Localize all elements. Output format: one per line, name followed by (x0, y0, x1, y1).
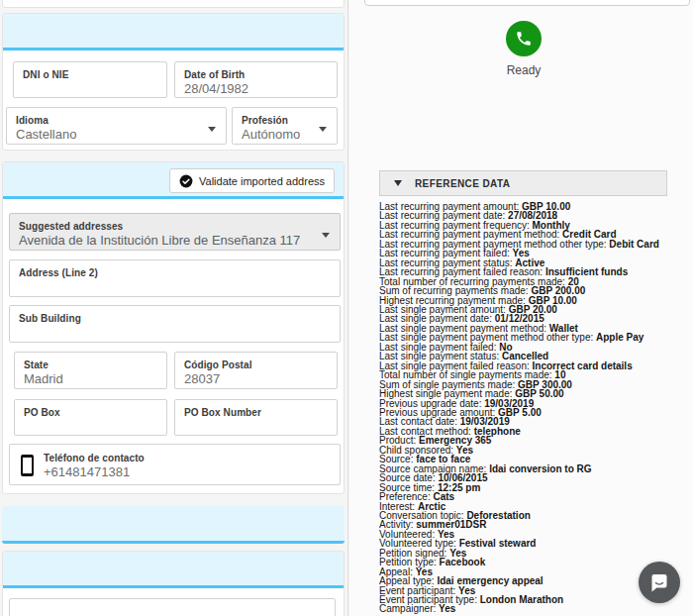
crm-call-screen: DNI o NIE Date of Birth 28/04/1982 Idiom… (0, 0, 693, 616)
po-box-label: PO Box (15, 400, 166, 418)
dni-field[interactable]: DNI o NIE (13, 61, 167, 98)
call-status-label: Ready (489, 63, 558, 77)
date-of-birth-value: 28/04/1982 (175, 80, 337, 96)
codigo-postal-field[interactable]: Código Postal 28037 (174, 352, 338, 389)
validate-imported-address-button[interactable]: Validate imported address (169, 168, 335, 193)
reference-data-header[interactable]: REFERENCE DATA (379, 170, 667, 196)
chat-bubble-icon (647, 570, 671, 594)
date-of-birth-field[interactable]: Date of Birth 28/04/1982 (174, 61, 338, 98)
section-header-personal (3, 14, 344, 51)
state-field[interactable]: State Madrid (14, 352, 167, 389)
chevron-down-icon (319, 127, 327, 132)
profesion-select[interactable]: Profesión Autónomo (232, 107, 338, 145)
clipped-field-right[interactable] (364, 0, 690, 6)
po-box-field[interactable]: PO Box (14, 399, 167, 436)
codigo-postal-value: 28037 (175, 370, 337, 386)
reference-value: Facebook (440, 557, 486, 567)
call-status: Ready (489, 21, 558, 77)
sub-building-label: Sub Building (10, 306, 340, 324)
reference-data-list: Last recurring payment amount: GBP 10.00… (379, 202, 693, 614)
sub-building-value (10, 324, 340, 325)
suggested-addresses-label: Suggested addresses (10, 214, 340, 232)
reference-value: Idai conversion to RG (489, 463, 591, 474)
validate-button-label: Validate imported address (199, 175, 325, 187)
scrolled-card-top (2, 0, 345, 8)
po-box-value (15, 418, 166, 419)
address-line2-label: Address (Line 2) (10, 260, 340, 278)
address-line2-value (10, 278, 340, 279)
po-box-number-label: PO Box Number (175, 400, 337, 418)
state-label: State (15, 353, 166, 370)
address-card: Validate imported address Suggested addr… (2, 161, 345, 494)
telefono-value: +61481471381 (44, 463, 145, 479)
call-status-button[interactable] (506, 21, 542, 56)
state-value: Madrid (15, 370, 166, 386)
collapse-triangle-icon (394, 180, 402, 186)
reference-value: Debit Card (609, 239, 659, 250)
idioma-select[interactable]: Idioma Castellano (6, 107, 227, 145)
section-header-bar-3 (2, 506, 345, 544)
sub-building-field[interactable]: Sub Building (9, 305, 341, 343)
reference-data-title: REFERENCE DATA (415, 178, 510, 189)
address-line2-field[interactable]: Address (Line 2) (9, 259, 341, 297)
clipped-bottom-field[interactable] (9, 598, 336, 616)
column-divider (347, 0, 348, 616)
reference-value: Yes (439, 603, 455, 614)
telefono-label: Teléfono de contacto (44, 453, 145, 463)
date-of-birth-label: Date of Birth (175, 62, 337, 80)
mobile-phone-icon (21, 455, 34, 476)
telefono-contacto-field[interactable]: Teléfono de contacto +61481471381 (9, 444, 341, 485)
chat-widget-button[interactable] (639, 562, 680, 603)
suggested-addresses-value: Avenida de la Institución Libre de Enseñ… (10, 232, 340, 248)
section-header-bar-4 (3, 552, 344, 588)
codigo-postal-label: Código Postal (175, 353, 337, 370)
reference-value: Apple Pay (596, 332, 644, 343)
reference-key: Campaigner: (379, 603, 439, 614)
check-circle-icon (179, 174, 193, 188)
po-box-number-field[interactable]: PO Box Number (174, 399, 338, 436)
po-box-number-value (175, 418, 337, 419)
personal-details-card: DNI o NIE Date of Birth 28/04/1982 Idiom… (2, 13, 345, 151)
dni-label: DNI o NIE (14, 62, 166, 80)
reference-value: London Marathon (480, 594, 563, 605)
reference-data-row: Campaigner: Yes (379, 604, 693, 613)
idioma-label: Idioma (7, 108, 226, 126)
chevron-down-icon (322, 233, 330, 238)
idioma-value: Castellano (7, 126, 226, 142)
reference-value: Festival steward (459, 538, 537, 549)
suggested-addresses-select[interactable]: Suggested addresses Avenida de la Instit… (9, 213, 341, 251)
bottom-card (2, 551, 345, 616)
section-header-address: Validate imported address (3, 162, 344, 199)
chevron-down-icon (208, 127, 216, 132)
dni-value (14, 80, 166, 81)
profesion-label: Profesión (233, 108, 337, 126)
phone-icon (515, 30, 533, 48)
